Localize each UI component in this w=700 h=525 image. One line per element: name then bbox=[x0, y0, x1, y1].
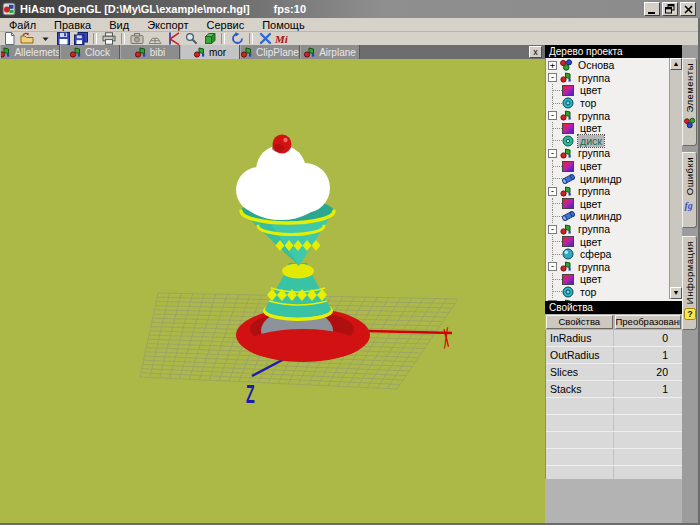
tree-item-группа[interactable]: -группа bbox=[546, 72, 669, 85]
minimize-button[interactable] bbox=[644, 2, 660, 16]
waist-ring bbox=[282, 264, 314, 279]
fps-counter: fps:10 bbox=[274, 3, 306, 15]
tab-ClipPlane[interactable]: ClipPlane bbox=[240, 45, 300, 59]
scroll-down-icon[interactable]: ▼ bbox=[670, 287, 682, 299]
tab-Allelemets[interactable]: Allelemets bbox=[0, 45, 60, 59]
menu-item-Сервис[interactable]: Сервис bbox=[197, 19, 253, 31]
hiasm-logo-icon[interactable]: Mi bbox=[274, 32, 292, 45]
property-name bbox=[546, 415, 614, 431]
property-row-InRadius[interactable]: InRadius0 bbox=[546, 330, 682, 347]
toolbar: Mi bbox=[0, 32, 700, 45]
scheme-icon bbox=[241, 47, 252, 58]
menu-item-Файл[interactable]: Файл bbox=[0, 19, 45, 31]
axes-icon[interactable] bbox=[164, 32, 182, 45]
props-tab-Преобразования[interactable]: Преобразования bbox=[615, 315, 682, 329]
new-document-icon[interactable] bbox=[0, 32, 18, 45]
dropdown-arrow-icon[interactable] bbox=[36, 32, 54, 45]
title-bar[interactable]: HiAsm OpenGL [D:\My\GL\example\mor.hgl] … bbox=[0, 0, 700, 18]
tree-item-цвет[interactable]: цвет bbox=[546, 273, 669, 286]
camera-icon[interactable] bbox=[128, 32, 146, 45]
property-name: Slices bbox=[546, 364, 614, 380]
collapse-minus-icon[interactable]: - bbox=[548, 73, 557, 82]
project-tree-rows: +Основа-группацветтор-группацветдиск-гру… bbox=[546, 59, 669, 301]
tree-item-группа[interactable]: -группа bbox=[546, 147, 669, 160]
property-name: OutRadius bbox=[546, 347, 614, 363]
side-tab-Информация[interactable]: Информация? bbox=[682, 236, 697, 330]
open-folder-icon[interactable] bbox=[18, 32, 36, 45]
cherry bbox=[272, 135, 292, 154]
scroll-up-icon[interactable]: ▲ bbox=[670, 58, 682, 70]
close-panel-button[interactable]: x bbox=[529, 46, 542, 58]
tree-item-цвет[interactable]: цвет bbox=[546, 122, 669, 135]
tree-item-группа[interactable]: -группа bbox=[546, 223, 669, 236]
rotate-icon[interactable] bbox=[228, 32, 246, 45]
property-value[interactable]: 1 bbox=[614, 383, 682, 395]
zoom-icon[interactable] bbox=[182, 32, 200, 45]
collapse-minus-icon[interactable]: - bbox=[548, 262, 557, 271]
property-name bbox=[546, 466, 614, 479]
tree-item-цилиндр[interactable]: цилиндр bbox=[546, 172, 669, 185]
close-button[interactable] bbox=[680, 2, 696, 16]
tree-item-Основа[interactable]: +Основа bbox=[546, 59, 669, 72]
osnova-icon bbox=[560, 59, 573, 71]
tree-scrollbar[interactable]: ▲ ▼ bbox=[669, 58, 682, 299]
property-row-empty bbox=[546, 449, 682, 466]
properties-tabs: СвойстваПреобразования bbox=[545, 314, 682, 330]
collapse-minus-icon[interactable]: - bbox=[548, 225, 557, 234]
grid-icon[interactable] bbox=[146, 32, 164, 45]
tree-item-тор[interactable]: тор bbox=[546, 286, 669, 299]
tree-item-диск[interactable]: диск bbox=[546, 135, 669, 148]
property-value[interactable]: 20 bbox=[614, 366, 682, 378]
print-icon[interactable] bbox=[100, 32, 118, 45]
collapse-minus-icon[interactable]: - bbox=[548, 187, 557, 196]
property-value[interactable]: 1 bbox=[614, 349, 682, 361]
tab-bibi[interactable]: bibi bbox=[120, 45, 180, 59]
tools-icon[interactable] bbox=[256, 32, 274, 45]
tree-item-цвет[interactable]: цвет bbox=[546, 84, 669, 97]
opengl-canvas[interactable]: Z X bbox=[0, 59, 545, 523]
cylinder-icon bbox=[562, 173, 575, 185]
menu-item-Правка[interactable]: Правка bbox=[45, 19, 100, 31]
property-row-Stacks[interactable]: Stacks1 bbox=[546, 381, 682, 398]
tree-item-label: цвет bbox=[578, 236, 604, 248]
property-row-Slices[interactable]: Slices20 bbox=[546, 364, 682, 381]
tree-item-цвет[interactable]: цвет bbox=[546, 235, 669, 248]
viewport[interactable]: Z X bbox=[0, 59, 545, 523]
tree-item-цвет[interactable]: цвет bbox=[546, 160, 669, 173]
tree-connector bbox=[552, 198, 562, 211]
side-tab-Ошибки[interactable]: Ошибкиfg bbox=[682, 152, 697, 228]
tab-Clock[interactable]: Clock bbox=[60, 45, 120, 59]
collapse-minus-icon[interactable]: - bbox=[548, 149, 557, 158]
tree-connector bbox=[552, 210, 562, 223]
save-all-icon[interactable] bbox=[72, 32, 90, 45]
property-row-OutRadius[interactable]: OutRadius1 bbox=[546, 347, 682, 364]
scrollbar-thumb[interactable] bbox=[670, 70, 682, 287]
tree-item-label: тор bbox=[578, 286, 598, 298]
tree-item-цилиндр[interactable]: цилиндр bbox=[546, 210, 669, 223]
side-tab-Элементы[interactable]: Элементы bbox=[682, 58, 697, 146]
tab-Airplane[interactable]: Airplane bbox=[300, 45, 360, 59]
collapse-minus-icon[interactable]: - bbox=[548, 111, 557, 120]
tree-item-label: цвет bbox=[578, 122, 604, 134]
tree-item-цвет[interactable]: цвет bbox=[546, 198, 669, 211]
side-tab-label: Ошибки bbox=[684, 157, 695, 195]
property-name: Stacks bbox=[546, 381, 614, 397]
restore-button[interactable] bbox=[662, 2, 678, 16]
tree-item-группа[interactable]: -группа bbox=[546, 261, 669, 274]
tree-connector bbox=[552, 97, 562, 110]
tree-item-группа[interactable]: -группа bbox=[546, 185, 669, 198]
sundae-model bbox=[236, 135, 370, 363]
tree-item-сфера[interactable]: сфера bbox=[546, 248, 669, 261]
save-icon[interactable] bbox=[54, 32, 72, 45]
expand-plus-icon[interactable]: + bbox=[548, 61, 557, 70]
props-tab-Свойства[interactable]: Свойства bbox=[546, 315, 613, 329]
menu-item-Помощь[interactable]: Помощь bbox=[253, 19, 314, 31]
property-value[interactable]: 0 bbox=[614, 332, 682, 344]
scheme-icon bbox=[0, 47, 10, 58]
elements-icon[interactable] bbox=[200, 32, 218, 45]
menu-item-Вид[interactable]: Вид bbox=[100, 19, 138, 31]
tree-item-группа[interactable]: -группа bbox=[546, 109, 669, 122]
tab-mor[interactable]: mor bbox=[180, 45, 240, 59]
tree-item-тор[interactable]: тор bbox=[546, 97, 669, 110]
menu-item-Экспорт[interactable]: Экспорт bbox=[138, 19, 197, 31]
